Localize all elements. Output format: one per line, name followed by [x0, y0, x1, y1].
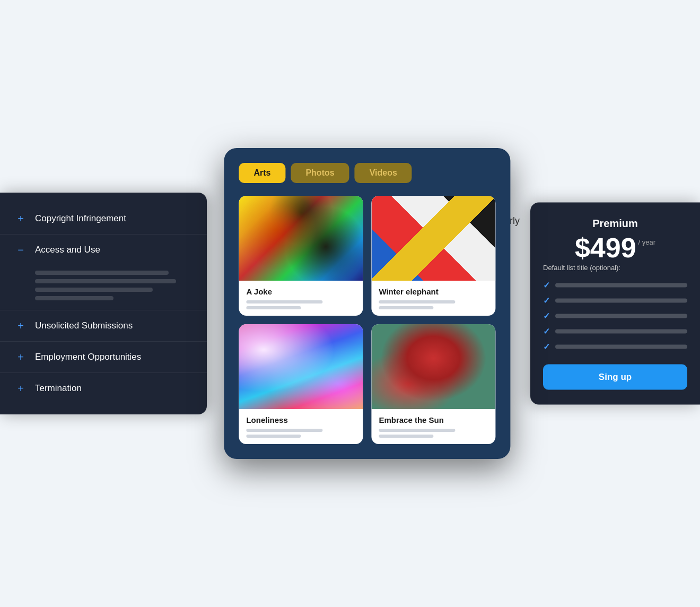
- faq-item-access[interactable]: − Access and Use: [0, 235, 207, 310]
- gallery-card-title-1: A Joke: [246, 287, 355, 296]
- gallery-card-title-3: Loneliness: [246, 415, 355, 424]
- pricing-period: / year: [638, 238, 656, 246]
- gallery-card-3[interactable]: Loneliness: [239, 324, 363, 444]
- gallery-card-4[interactable]: Embrace the Sun: [371, 324, 495, 444]
- card-line-3a: [246, 429, 322, 432]
- faq-item-termination[interactable]: + Termination: [0, 373, 207, 404]
- checkmark-2: ✓: [543, 296, 550, 306]
- pricing-title: Premium: [543, 218, 687, 230]
- faq-content-line-4: [35, 296, 113, 300]
- pricing-feature-4: ✓: [543, 326, 687, 336]
- faq-content-access: [15, 271, 192, 300]
- gallery-card-title-4: Embrace the Sun: [379, 415, 488, 424]
- minus-icon: −: [15, 244, 27, 256]
- gallery-card-2[interactable]: Winter elephant: [371, 196, 495, 316]
- gallery-card-info-1: A Joke: [239, 281, 363, 316]
- pricing-amount: $499: [575, 234, 636, 262]
- checkmark-1: ✓: [543, 280, 550, 290]
- scene: + Copyright Infringement − Access and Us…: [0, 0, 700, 607]
- gallery-card-info-2: Winter elephant: [371, 281, 495, 316]
- gallery-card-lines-2: [379, 300, 488, 309]
- feature-line-3: [555, 314, 687, 318]
- feature-line-2: [555, 298, 687, 302]
- card-line-1b: [246, 306, 301, 309]
- gallery-card-image-4: [371, 324, 495, 409]
- card-line-2a: [379, 300, 455, 304]
- gallery-grid: A Joke Winter elephant: [239, 196, 495, 444]
- pricing-price-row: $499 / year: [543, 234, 687, 262]
- faq-content-line-1: [35, 271, 169, 275]
- gallery-tabs: Arts Photos Videos: [239, 163, 495, 183]
- faq-label-unsolicited: Unsolicited Submissions: [35, 320, 133, 331]
- signup-button[interactable]: Sing up: [543, 365, 687, 390]
- artwork-winter-elephant: [371, 196, 495, 281]
- gallery-card-image-1: [239, 196, 363, 281]
- tab-arts[interactable]: Arts: [239, 163, 285, 183]
- gallery-card-lines-3: [246, 429, 355, 438]
- plus-icon-2: +: [15, 320, 27, 332]
- faq-item-employment[interactable]: + Employment Opportunities: [0, 342, 207, 373]
- gallery-card-lines-1: [246, 300, 355, 309]
- gallery-card-info-4: Embrace the Sun: [371, 409, 495, 444]
- gallery-card-lines-4: [379, 429, 488, 438]
- gallery-card-image-2: [371, 196, 495, 281]
- card-line-1a: [246, 300, 322, 304]
- plus-icon-4: +: [15, 383, 27, 394]
- pricing-subtitle: Default list title (optional):: [543, 264, 687, 272]
- artwork-embrace-sun: [371, 324, 495, 409]
- feature-line-1: [555, 283, 687, 287]
- artwork-loneliness: [239, 324, 363, 409]
- card-line-3b: [246, 435, 301, 438]
- tab-videos[interactable]: Videos: [355, 163, 412, 183]
- checkmark-5: ✓: [543, 342, 550, 352]
- faq-content-line-2: [35, 279, 176, 283]
- faq-panel: + Copyright Infringement − Access and Us…: [0, 193, 207, 414]
- pricing-feature-1: ✓: [543, 280, 687, 290]
- faq-label-employment: Employment Opportunities: [35, 352, 141, 362]
- feature-line-5: [555, 344, 687, 349]
- pricing-feature-5: ✓: [543, 342, 687, 352]
- card-line-4a: [379, 429, 455, 432]
- faq-content-line-3: [35, 288, 153, 292]
- feature-line-4: [555, 329, 687, 333]
- checkmark-4: ✓: [543, 326, 550, 336]
- faq-label-termination: Termination: [35, 383, 82, 394]
- plus-icon: +: [15, 213, 27, 224]
- card-line-2b: [379, 306, 433, 309]
- faq-label-access: Access and Use: [35, 245, 100, 255]
- tab-photos[interactable]: Photos: [291, 163, 349, 183]
- gallery-card-image-3: [239, 324, 363, 409]
- card-line-4b: [379, 435, 433, 438]
- gallery-card-info-3: Loneliness: [239, 409, 363, 444]
- faq-item-unsolicited[interactable]: + Unsolicited Submissions: [0, 310, 207, 342]
- plus-icon-3: +: [15, 351, 27, 363]
- faq-header-access: − Access and Use: [15, 244, 192, 256]
- pricing-panel: Premium $499 / year Default list title (…: [530, 203, 700, 405]
- pricing-feature-3: ✓: [543, 311, 687, 321]
- checkmark-3: ✓: [543, 311, 550, 321]
- faq-label-copyright: Copyright Infringement: [35, 213, 126, 224]
- gallery-panel: Arts Photos Videos A Joke: [224, 148, 510, 459]
- pricing-feature-2: ✓: [543, 296, 687, 306]
- pricing-features: ✓ ✓ ✓ ✓ ✓: [543, 280, 687, 352]
- artwork-a-joke: [239, 196, 363, 281]
- gallery-card-1[interactable]: A Joke: [239, 196, 363, 316]
- faq-item-copyright[interactable]: + Copyright Infringement: [0, 203, 207, 235]
- gallery-card-title-2: Winter elephant: [379, 287, 488, 296]
